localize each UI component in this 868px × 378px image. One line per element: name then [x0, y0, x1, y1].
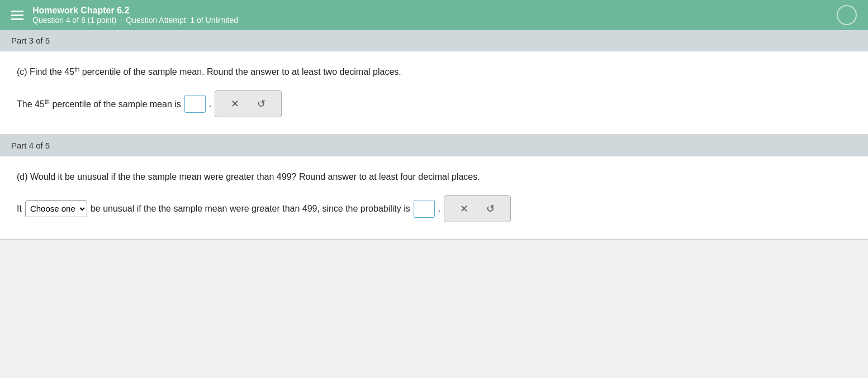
part3-action-box: ✕ ↺ — [215, 90, 282, 117]
header-subtitle-divider — [121, 16, 121, 25]
part4-answer-middle: be unusual if the the sample mean were g… — [91, 204, 410, 214]
part4-clear-icon: ✕ — [460, 204, 468, 214]
header-circle — [837, 5, 857, 25]
part4-header: Part 4 of 5 — [0, 135, 868, 156]
part3-answer-input[interactable] — [184, 95, 206, 113]
part4-undo-button[interactable]: ↺ — [483, 203, 498, 215]
menu-icon[interactable] — [11, 11, 23, 20]
part4-clear-button[interactable]: ✕ — [457, 203, 472, 215]
header-text: Homework Chapter 6.2 Question 4 of 6 (1 … — [32, 6, 238, 25]
part3-clear-icon: ✕ — [231, 99, 239, 109]
part4-label: Part 4 of 5 — [11, 141, 50, 150]
part3-period: . — [209, 99, 211, 109]
part3-question-sup: th — [74, 66, 79, 73]
header-attempt-info: Question Attempt: 1 of Unlimited — [126, 16, 238, 25]
part3-question-before: (c) Find the 45 — [17, 67, 74, 76]
part3-answer-label-after-text: percentile of the sample mean is — [50, 99, 181, 109]
part4-question-text: (d) Would it be unusual if the the sampl… — [17, 172, 480, 181]
part4-answer-prefix: It — [17, 204, 22, 214]
part3-undo-icon: ↺ — [257, 99, 265, 109]
part4-section: Part 4 of 5 (d) Would it be unusual if t… — [0, 135, 868, 240]
part3-question-after: percentile of the sample mean. Round the… — [79, 67, 401, 76]
header-question-info: Question 4 of 6 (1 point) — [32, 16, 116, 25]
part3-header: Part 3 of 5 — [0, 30, 868, 51]
part4-action-box: ✕ ↺ — [444, 195, 511, 222]
part3-answer-sup: th — [45, 98, 50, 105]
part4-answer-input[interactable] — [414, 200, 435, 218]
part3-question: (c) Find the 45th percentile of the samp… — [17, 65, 851, 79]
part4-dropdown[interactable]: Choose one would would not — [25, 200, 87, 217]
header-subtitle: Question 4 of 6 (1 point) Question Attem… — [32, 16, 238, 25]
part4-answer-row: It Choose one would would not be unusual… — [17, 195, 851, 222]
part3-answer-label-before-text: The 45 — [17, 99, 45, 109]
part3-answer-row: The 45th percentile of the sample mean i… — [17, 90, 851, 117]
part4-body: (d) Would it be unusual if the the sampl… — [0, 156, 868, 240]
part3-section: Part 3 of 5 (c) Find the 45th percentile… — [0, 30, 868, 135]
part3-answer-label-before: The 45th percentile of the sample mean i… — [17, 98, 181, 109]
header: Homework Chapter 6.2 Question 4 of 6 (1 … — [0, 0, 868, 30]
part3-clear-button[interactable]: ✕ — [227, 98, 243, 110]
part3-label: Part 3 of 5 — [11, 36, 50, 45]
part4-undo-icon: ↺ — [486, 204, 495, 214]
part4-question: (d) Would it be unusual if the the sampl… — [17, 170, 851, 184]
part3-undo-button[interactable]: ↺ — [254, 98, 269, 110]
header-title: Homework Chapter 6.2 — [32, 6, 238, 16]
part4-period: . — [438, 204, 440, 214]
part3-body: (c) Find the 45th percentile of the samp… — [0, 51, 868, 135]
